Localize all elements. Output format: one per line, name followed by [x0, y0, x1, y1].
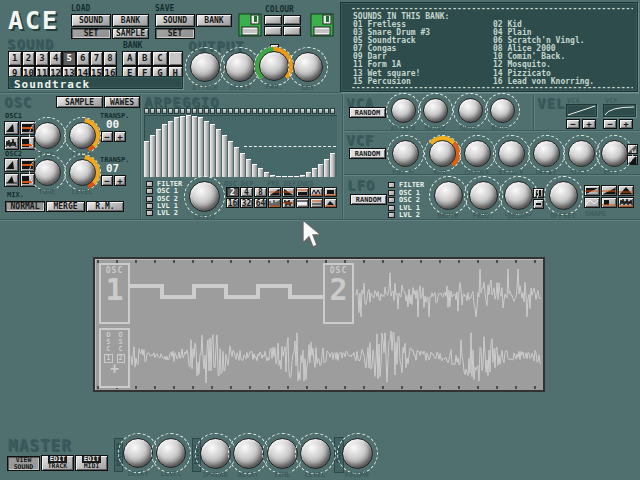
toggle-osc-1[interactable] [146, 188, 153, 194]
arp-step[interactable] [276, 108, 281, 114]
toggle-filter[interactable] [388, 182, 395, 188]
knob-speed[interactable] [184, 176, 225, 217]
arp-step[interactable] [330, 108, 335, 114]
predefined-wave-button[interactable] [310, 187, 323, 197]
arp-bar[interactable] [240, 153, 245, 177]
knob-attack[interactable] [493, 135, 530, 172]
osc2-transpose-plus-button[interactable]: + [114, 175, 126, 186]
arp-step[interactable] [228, 108, 233, 114]
arp-bar[interactable] [204, 121, 209, 177]
bank-button-A[interactable]: A [122, 51, 137, 66]
load-bank-button[interactable]: BANK [112, 14, 149, 27]
osc-dep-button-4[interactable]: 4 [240, 187, 253, 197]
arp-bar[interactable] [312, 168, 317, 177]
arp-bar[interactable] [288, 176, 293, 177]
arp-bar[interactable] [222, 135, 227, 177]
toggle-osc-2[interactable] [388, 197, 395, 203]
arp-bar[interactable] [252, 164, 257, 177]
arp-step[interactable] [282, 108, 287, 114]
arp-step[interactable] [222, 108, 227, 114]
colour-swatch-button[interactable] [283, 15, 301, 25]
floppy-disk-icon[interactable] [238, 13, 262, 37]
arp-step[interactable] [168, 108, 173, 114]
knob-level[interactable] [295, 433, 336, 474]
lfo-shape-triangle-button[interactable] [618, 185, 634, 196]
arp-bar[interactable] [330, 153, 335, 177]
knob-rele[interactable] [485, 93, 520, 128]
predefined-wave-button[interactable] [324, 187, 337, 197]
arp-step[interactable] [156, 108, 161, 114]
knob-decay[interactable] [528, 135, 565, 172]
knob-tune[interactable] [29, 154, 66, 191]
arp-bar[interactable] [318, 164, 323, 177]
osc2-transpose-minus-button[interactable]: − [101, 175, 113, 186]
arp-bar[interactable] [168, 121, 173, 177]
arp-bar[interactable] [156, 129, 161, 177]
arp-bar[interactable] [144, 141, 149, 177]
arp-bar[interactable] [162, 124, 167, 177]
osc-dep-button-2[interactable]: 2 [226, 187, 239, 197]
toggle-lvl-2[interactable] [146, 210, 153, 216]
lfo-shape-sine-button[interactable] [584, 197, 600, 208]
arp-step[interactable] [192, 108, 197, 114]
mix-rm-button[interactable]: R.M. [86, 201, 124, 212]
edit-midi-button[interactable]: EDIT MIDI [75, 455, 108, 471]
osc1-transpose-plus-button[interactable]: + [114, 131, 126, 142]
arp-step[interactable] [150, 108, 155, 114]
lfo-shape-noise-button[interactable] [618, 197, 634, 208]
knob-freq[interactable] [464, 176, 503, 215]
knob-delay[interactable] [499, 176, 538, 215]
vel-vcf-plus-button[interactable]: + [619, 119, 633, 129]
arp-step[interactable] [252, 108, 257, 114]
predefined-wave-button[interactable] [268, 187, 281, 197]
osc1-wave-saw-button[interactable] [4, 121, 19, 135]
knob-level[interactable] [151, 433, 191, 473]
colour-swatch-button[interactable] [264, 26, 282, 36]
arp-bar[interactable] [300, 175, 305, 177]
osc-wawes-button[interactable]: WAWES [104, 96, 140, 108]
sound-name-field[interactable]: Soundtrack [8, 76, 183, 89]
knob-sust[interactable] [563, 135, 600, 172]
arp-bar[interactable] [324, 159, 329, 177]
toggle-osc-2[interactable] [146, 196, 153, 202]
arp-step[interactable] [258, 108, 263, 114]
sound-number-button-6[interactable]: 6 [76, 51, 90, 66]
toggle-filter[interactable] [146, 181, 153, 187]
arp-bar[interactable] [198, 117, 203, 177]
arp-step[interactable] [306, 108, 311, 114]
sound-number-button-1[interactable]: 1 [8, 51, 22, 66]
lfo-shape-square-button[interactable] [601, 197, 617, 208]
sound-number-button-8[interactable]: 8 [103, 51, 117, 66]
knob-env-d[interactable] [387, 135, 424, 172]
arp-step[interactable] [162, 108, 167, 114]
save-bank-button[interactable]: BANK [196, 14, 232, 27]
toggle-osc-1[interactable] [388, 190, 395, 196]
arp-step[interactable] [300, 108, 305, 114]
arp-step[interactable] [318, 108, 323, 114]
predefined-wave-button[interactable] [268, 198, 281, 208]
sound-number-button-5[interactable]: 5 [62, 51, 76, 66]
arp-bar[interactable] [282, 176, 287, 177]
osc-dep-button-16[interactable]: 16 [226, 198, 239, 208]
osc1-wave-noise-button[interactable] [4, 136, 19, 150]
knob-cutoff[interactable] [459, 135, 496, 172]
arp-bar[interactable] [264, 172, 269, 177]
arp-bar[interactable] [270, 175, 275, 177]
arp-bar[interactable] [258, 168, 263, 177]
lfo-shape-saw-up-button[interactable] [601, 185, 617, 196]
vel-vcf-minus-button[interactable]: − [603, 119, 617, 129]
floppy-disk-icon[interactable] [310, 13, 334, 37]
osc-dep-button-64[interactable]: 64 [254, 198, 267, 208]
bank-button-B[interactable]: B [137, 51, 152, 66]
vca-random-button[interactable]: RANDOM [349, 107, 386, 118]
knob-attack[interactable] [185, 47, 225, 87]
knob-tune[interactable] [29, 117, 66, 154]
arp-bar[interactable] [192, 116, 197, 177]
waveform-display[interactable] [95, 259, 543, 390]
knob-level[interactable] [64, 154, 101, 191]
save-sound-button[interactable]: SOUND [155, 14, 195, 27]
edit-track-button[interactable]: EDIT TRACK [41, 455, 74, 471]
osc-dep-button-32[interactable]: 32 [240, 198, 253, 208]
predefined-wave-button[interactable] [282, 198, 295, 208]
knob-sust[interactable] [453, 93, 488, 128]
